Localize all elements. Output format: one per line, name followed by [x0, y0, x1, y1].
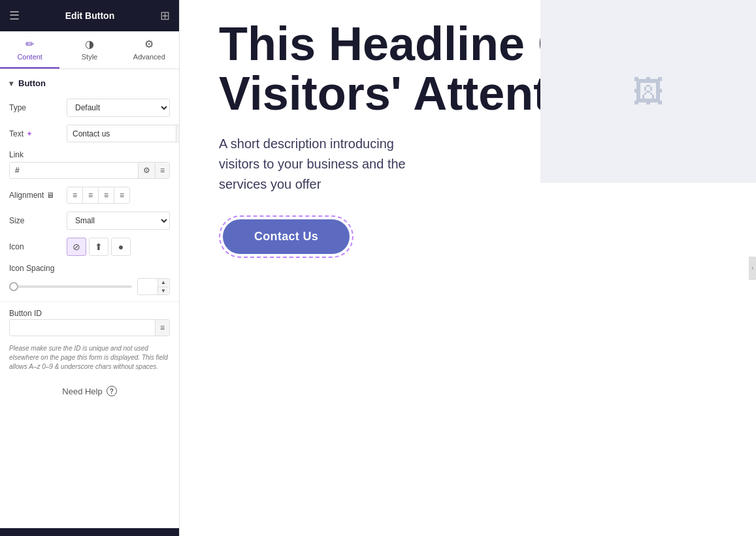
tab-content-label: Content: [17, 53, 42, 61]
button-id-label: Button ID: [9, 309, 170, 318]
help-circle-icon: ?: [107, 386, 117, 396]
link-input[interactable]: [10, 163, 138, 178]
icon-spacing-row: Icon Spacing ▲ ▼: [0, 260, 179, 299]
dynamic-tags-icon[interactable]: ✦: [26, 129, 33, 138]
size-select[interactable]: Small Medium Large Extra Large: [67, 212, 170, 230]
pencil-icon: ✏: [25, 38, 34, 50]
menu-icon[interactable]: ☰: [9, 8, 20, 23]
hint-text: Please make sure the ID is unique and no…: [0, 340, 179, 375]
icon-label: Icon: [9, 242, 61, 251]
tab-content[interactable]: ✏ Content: [0, 31, 59, 69]
text-input[interactable]: [67, 126, 176, 142]
size-label: Size: [9, 216, 61, 225]
description: A short description introducing visitors…: [219, 134, 428, 195]
text-options-icon[interactable]: ≡: [176, 125, 179, 142]
slider-value-wrap: ▲ ▼: [137, 278, 170, 295]
alignment-label: Alignment 🖥: [9, 191, 61, 200]
need-help-label: Need Help: [62, 386, 102, 396]
type-field-row: Type Default Info Success Warning Danger: [0, 95, 179, 121]
text-field-row: Text ✦ ≡: [0, 121, 179, 146]
main-canvas: 🖼 ‹ This Headline Grabs Visitors' Attent…: [180, 0, 756, 536]
icon-none-btn[interactable]: ⊘: [67, 238, 86, 256]
slider-spinners: ▲ ▼: [157, 279, 169, 294]
tab-advanced[interactable]: ⚙ Advanced: [120, 31, 179, 69]
link-label: Link: [9, 150, 170, 159]
panel-header: ☰ Edit Button ⊞: [0, 0, 179, 31]
link-input-wrap: ⚙ ≡: [9, 162, 170, 179]
icon-control: ⊘ ⬆ ●: [67, 238, 170, 256]
button-id-options-icon[interactable]: ≡: [155, 320, 169, 336]
size-control: Small Medium Large Extra Large: [67, 212, 170, 230]
button-id-input-wrap: ≡: [9, 319, 170, 336]
align-left-btn[interactable]: ≡: [67, 187, 83, 203]
panel-bottom-bar: [0, 528, 179, 536]
image-icon: 🖼: [633, 74, 664, 110]
cta-button[interactable]: Contact Us: [223, 219, 350, 254]
slider-control: ▲ ▼: [9, 278, 170, 295]
type-label: Type: [9, 103, 61, 112]
button-id-row: Button ID ≡: [0, 305, 179, 340]
text-control: ≡: [67, 125, 179, 142]
icon-circle-btn[interactable]: ●: [111, 238, 131, 256]
button-id-input[interactable]: [10, 320, 155, 336]
icon-options-group: ⊘ ⬆ ●: [67, 238, 131, 256]
align-right-btn[interactable]: ≡: [99, 187, 114, 203]
gear-icon: ⚙: [144, 38, 154, 50]
cta-button-selection: Contact Us: [219, 215, 353, 258]
text-label: Text ✦: [9, 129, 61, 138]
slider-track[interactable]: [9, 285, 132, 288]
alignment-buttons: ≡ ≡ ≡ ≡: [67, 187, 130, 204]
tab-style-label: Style: [82, 53, 97, 61]
text-input-wrap: ≡: [67, 125, 179, 142]
monitor-icon: 🖥: [46, 191, 54, 200]
section-label: Button: [18, 78, 46, 88]
chevron-icon[interactable]: ▾: [9, 79, 13, 88]
grid-icon[interactable]: ⊞: [160, 8, 170, 23]
icon-spacing-label: Icon Spacing: [9, 264, 170, 273]
align-center-btn[interactable]: ≡: [83, 187, 99, 203]
link-settings-icon[interactable]: ⚙: [138, 163, 155, 178]
spinner-down[interactable]: ▼: [158, 287, 169, 295]
alignment-field-row: Alignment 🖥 ≡ ≡ ≡ ≡: [0, 183, 179, 208]
tab-style[interactable]: ◑ Style: [59, 31, 119, 69]
half-circle-icon: ◑: [85, 38, 94, 50]
section-button-header: ▾ Button: [0, 69, 179, 95]
slider-value-input[interactable]: [138, 280, 157, 293]
tab-advanced-label: Advanced: [133, 53, 165, 61]
divider: [0, 302, 179, 302]
size-field-row: Size Small Medium Large Extra Large: [0, 208, 179, 234]
edit-panel: ☰ Edit Button ⊞ ✏ Content ◑ Style ⚙ Adva…: [0, 0, 180, 536]
spinner-up[interactable]: ▲: [158, 279, 169, 287]
need-help-link[interactable]: Need Help ?: [0, 375, 179, 407]
slider-thumb[interactable]: [9, 282, 18, 291]
image-placeholder: 🖼: [540, 0, 756, 183]
panel-tabs: ✏ Content ◑ Style ⚙ Advanced: [0, 31, 179, 69]
link-options-icon[interactable]: ≡: [155, 163, 169, 178]
panel-title: Edit Button: [65, 10, 114, 21]
align-justify-btn[interactable]: ≡: [114, 187, 129, 203]
panel-content: ▾ Button Type Default Info Success Warni…: [0, 69, 179, 528]
icon-field-row: Icon ⊘ ⬆ ●: [0, 234, 179, 260]
type-select[interactable]: Default Info Success Warning Danger: [67, 99, 170, 117]
icon-upload-btn[interactable]: ⬆: [89, 238, 108, 256]
link-field-row: Link ⚙ ≡: [0, 146, 179, 183]
collapse-panel-handle[interactable]: ‹: [749, 257, 756, 280]
type-control: Default Info Success Warning Danger: [67, 99, 170, 117]
